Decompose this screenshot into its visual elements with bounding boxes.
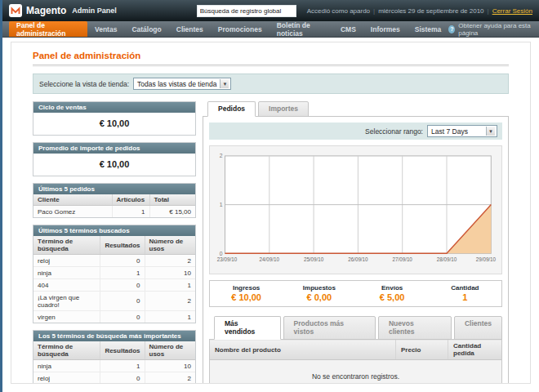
table-row[interactable]: virgen 0 1	[33, 311, 195, 323]
nav-item-customers[interactable]: Clientes	[169, 21, 211, 37]
brand-title: Magento	[26, 5, 66, 16]
table-row[interactable]: ninja 1 10	[33, 267, 195, 279]
svg-text:1: 1	[220, 202, 223, 207]
total-tax: Impuestos € 0,00	[283, 284, 355, 302]
tab-most-viewed[interactable]: Productos más vistos	[283, 316, 376, 340]
store-view-label: Seleccione la vista de tienda:	[39, 80, 129, 88]
chevron-down-icon: ▼	[220, 79, 229, 88]
total-revenue: Ingresos € 10,00	[210, 284, 283, 302]
last-orders-title: Últimos 5 pedidos	[33, 184, 195, 194]
nav-item-cms[interactable]: CMS	[333, 21, 363, 37]
totals-bar: Ingresos € 10,00 Impuestos € 0,00 Envíos…	[209, 280, 502, 307]
store-view-bar: Seleccione la vista de tienda: Todas las…	[33, 74, 509, 94]
nav-item-system[interactable]: Sistema	[408, 21, 449, 37]
brand-subtitle: Admin Panel	[72, 7, 117, 15]
svg-text:25/09/10: 25/09/10	[304, 256, 324, 262]
table-row[interactable]: Paco Gomez 1 € 15,00	[33, 206, 195, 218]
top-search-terms-box: Los 5 términos de búsqueda más important…	[33, 330, 196, 384]
average-orders-box: Promedio de importe de pedidos € 10,00	[33, 142, 196, 176]
dashboard-right-column: Pedidos Importes Seleccionar rango: Last…	[203, 101, 509, 384]
grid-tabs: Más vendidos Productos más vistos Nuevos…	[209, 316, 502, 339]
total-shipping: Envíos € 5,00	[356, 284, 429, 302]
empty-row: No se encontraron registros.	[210, 360, 502, 385]
help-globe-icon: ?	[448, 25, 455, 33]
chart-tabs: Pedidos Importes	[203, 101, 509, 116]
session-info: Accedió como apardo | miércoles 29 de se…	[307, 7, 532, 15]
tab-bestsellers[interactable]: Más vendidos	[214, 316, 281, 340]
lifetime-sales-value: € 10,00	[33, 113, 195, 135]
average-orders-value: € 10,00	[33, 154, 195, 176]
table-row[interactable]: 404 0 1	[33, 279, 195, 292]
nav-item-reports[interactable]: Informes	[363, 21, 408, 37]
last-search-terms-table: Término de búsqueda Resultados Número de…	[33, 236, 195, 323]
last-search-terms-box: Últimos 5 términos buscados Término de b…	[33, 225, 196, 323]
svg-text:0: 0	[220, 251, 223, 256]
svg-text:24/09/10: 24/09/10	[260, 256, 280, 262]
empty-message: No se encontraron registros.	[210, 360, 502, 385]
orders-chart: 01223/09/1024/09/1025/09/1026/09/1027/09…	[214, 150, 497, 273]
current-date: miércoles 29 de septiembre de 2010	[378, 7, 483, 15]
total-quantity: Cantidad 1	[429, 284, 501, 302]
range-select[interactable]: Last 7 Days ▼	[427, 125, 497, 137]
top-search-terms-table: Término de búsqueda Resultados Número de…	[33, 341, 195, 384]
nav-item-promotions[interactable]: Promociones	[211, 21, 270, 37]
svg-text:23/09/10: 23/09/10	[217, 256, 238, 262]
lifetime-sales-title: Ciclo de ventas	[33, 102, 195, 113]
content-area: Panel de administración Seleccione la vi…	[11, 42, 531, 384]
nav-item-newsletter[interactable]: Boletín de noticias	[270, 21, 333, 37]
average-orders-title: Promedio de importe de pedidos	[33, 143, 195, 154]
chevron-down-icon: ▼	[486, 127, 495, 136]
last-orders-box: Últimos 5 pedidos Cliente Artículos Tota…	[33, 183, 196, 218]
top-search-terms-title: Los 5 términos de búsqueda más important…	[33, 331, 195, 341]
table-row[interactable]: reloj 0 2	[33, 372, 195, 385]
magento-logo-icon	[9, 4, 22, 17]
svg-text:29/09/10: 29/09/10	[476, 256, 497, 262]
tab-customers[interactable]: Clientes	[454, 316, 502, 340]
svg-text:28/09/10: 28/09/10	[437, 256, 457, 262]
table-row[interactable]: ¡La virgen que cuadro! 0 2	[33, 292, 195, 311]
last-orders-table: Cliente Artículos Total Paco Gomez 1 € 1…	[33, 194, 195, 217]
orders-panel: Seleccionar rango: Last 7 Days ▼ 01223/0…	[203, 116, 509, 384]
table-row[interactable]: ninja 1 10	[33, 360, 195, 372]
lifetime-sales-box: Ciclo de ventas € 10,00	[33, 101, 196, 136]
app-header: Magento Admin Panel Accedió como apardo …	[2, 0, 539, 21]
bestsellers-table: Nombre del producto Precio Cantidad pedi…	[209, 339, 502, 384]
global-search-input[interactable]	[197, 5, 296, 17]
table-row[interactable]: reloj 0 2	[33, 255, 195, 267]
range-bar: Seleccionar rango: Last 7 Days ▼	[209, 122, 502, 140]
chart-container: 01223/09/1024/09/1025/09/1026/09/1027/09…	[209, 145, 502, 274]
nav-item-catalog[interactable]: Catálogo	[124, 21, 168, 37]
range-label: Seleccionar rango:	[365, 127, 423, 136]
help-link[interactable]: ? Obtener ayuda para esta página	[448, 21, 532, 37]
nav-item-dashboard[interactable]: Panel de administración	[9, 21, 87, 37]
svg-text:27/09/10: 27/09/10	[393, 256, 413, 262]
last-search-terms-title: Últimos 5 términos buscados	[33, 225, 195, 236]
nav-item-sales[interactable]: Ventas	[87, 21, 124, 37]
logout-link[interactable]: Cerrar Sesión	[492, 7, 532, 15]
main-nav: Panel de administración Ventas Catálogo …	[2, 21, 539, 38]
page-title: Panel de administración	[33, 51, 509, 65]
store-view-select[interactable]: Todas las vistas de tienda ▼	[133, 78, 231, 90]
tab-new-customers[interactable]: Nuevos clientes	[378, 316, 452, 340]
svg-text:26/09/10: 26/09/10	[348, 256, 368, 262]
svg-text:2: 2	[220, 153, 223, 158]
tab-amounts[interactable]: Importes	[258, 101, 309, 117]
logged-in-as: Accedió como apardo	[307, 7, 370, 15]
dashboard-left-column: Ciclo de ventas € 10,00 Promedio de impo…	[33, 101, 196, 384]
tab-orders[interactable]: Pedidos	[207, 101, 256, 117]
